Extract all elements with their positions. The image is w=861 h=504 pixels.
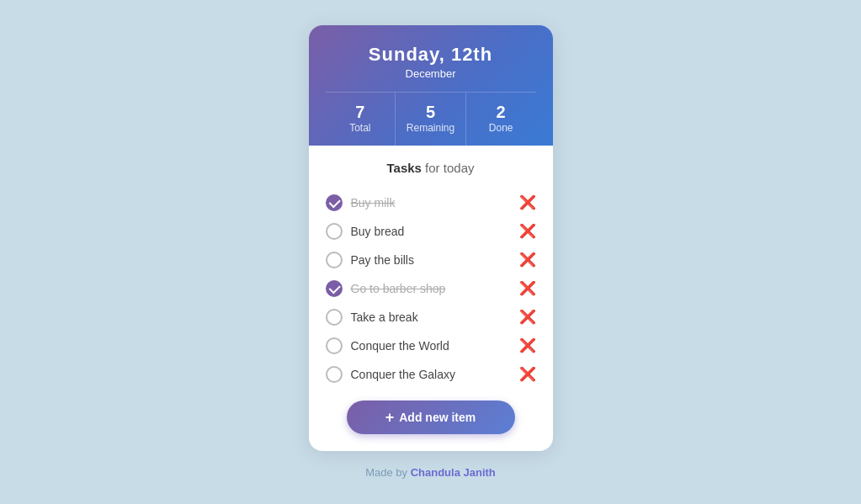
task-text: Go to barber shop	[351, 282, 511, 295]
date-title: Sunday, 12th	[326, 44, 536, 66]
footer-text: Made by	[365, 466, 410, 479]
task-item: Take a break❌	[326, 303, 536, 332]
date-month: December	[326, 67, 536, 80]
stat-total-value: 7	[326, 103, 396, 122]
task-checkbox[interactable]	[326, 223, 343, 240]
task-remove-button[interactable]: ❌	[519, 196, 536, 210]
task-remove-button[interactable]: ❌	[519, 225, 536, 238]
card-header: Sunday, 12th December 7 Total 5 Remainin…	[309, 25, 553, 146]
stat-total: 7 Total	[326, 93, 396, 146]
task-checkbox[interactable]	[326, 280, 343, 297]
footer-author: Chandula Janith	[411, 466, 496, 479]
task-item: Conquer the World❌	[326, 332, 536, 360]
task-item: Conquer the Galaxy❌	[326, 360, 536, 389]
task-remove-button[interactable]: ❌	[519, 282, 536, 295]
stat-done: 2 Done	[466, 93, 536, 146]
tasks-heading-rest: for today	[422, 161, 475, 175]
task-checkbox[interactable]	[326, 194, 343, 211]
task-text: Buy milk	[351, 196, 511, 210]
footer: Made by Chandula Janith	[365, 466, 496, 479]
task-text: Conquer the Galaxy	[351, 368, 511, 381]
task-text: Take a break	[351, 310, 511, 324]
tasks-heading: Tasks for today	[326, 161, 536, 175]
stat-remaining-value: 5	[396, 103, 465, 122]
task-list: Buy milk❌Buy bread❌Pay the bills❌Go to b…	[326, 188, 536, 389]
task-text: Pay the bills	[351, 253, 511, 267]
task-remove-button[interactable]: ❌	[519, 253, 536, 267]
stat-remaining-label: Remaining	[396, 122, 465, 134]
add-new-item-button[interactable]: + Add new item	[347, 401, 515, 434]
stat-remaining: 5 Remaining	[396, 93, 466, 146]
tasks-heading-bold: Tasks	[387, 161, 422, 175]
task-item: Go to barber shop❌	[326, 274, 536, 303]
task-remove-button[interactable]: ❌	[519, 368, 536, 381]
add-button-label: Add new item	[399, 411, 476, 424]
main-card: Sunday, 12th December 7 Total 5 Remainin…	[309, 25, 553, 451]
task-item: Pay the bills❌	[326, 246, 536, 274]
stat-done-label: Done	[466, 122, 536, 134]
task-text: Conquer the World	[351, 339, 511, 353]
stats-row: 7 Total 5 Remaining 2 Done	[326, 92, 536, 146]
card-body: Tasks for today Buy milk❌Buy bread❌Pay t…	[309, 146, 553, 451]
task-remove-button[interactable]: ❌	[519, 339, 536, 353]
task-item: Buy milk❌	[326, 188, 536, 217]
stat-done-value: 2	[466, 103, 536, 122]
task-checkbox[interactable]	[326, 252, 343, 268]
task-item: Buy bread❌	[326, 217, 536, 246]
task-checkbox[interactable]	[326, 366, 343, 383]
task-remove-button[interactable]: ❌	[519, 310, 536, 324]
stat-total-label: Total	[326, 122, 396, 134]
task-checkbox[interactable]	[326, 337, 343, 354]
task-text: Buy bread	[351, 225, 511, 238]
plus-icon: +	[385, 410, 395, 425]
task-checkbox[interactable]	[326, 309, 343, 326]
